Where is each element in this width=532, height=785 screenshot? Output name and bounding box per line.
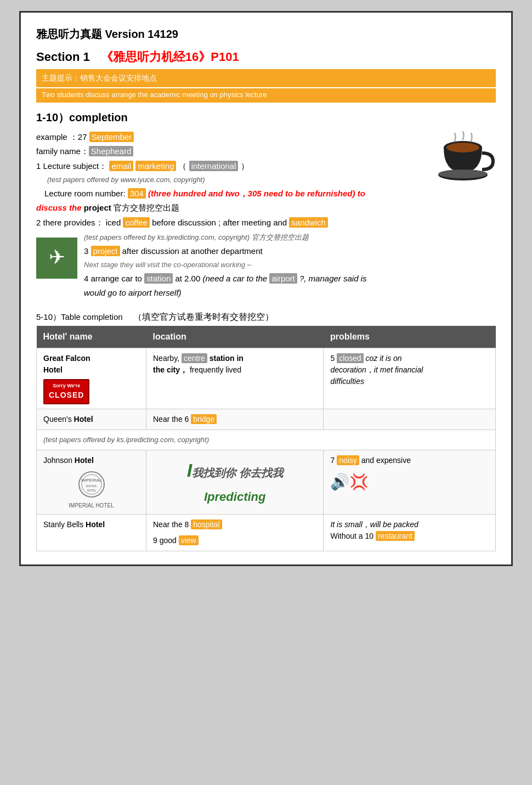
copyright-table-text: (test papers offered by ks.ipredicting.c… bbox=[43, 436, 209, 444]
plane-svg: ✈ bbox=[43, 245, 71, 272]
example-line: example ：27 September bbox=[36, 131, 496, 144]
q7-num: 7 bbox=[330, 456, 337, 465]
section-header: Section 1 《雅思听力机经16》P101 bbox=[36, 48, 496, 66]
family-name-value: Shepheard bbox=[89, 146, 133, 156]
stanly-hotel-bold: Hotel bbox=[86, 520, 105, 529]
great-falcon-bold2: Falcon bbox=[65, 354, 90, 363]
q5-coz: coz it is on bbox=[366, 354, 402, 363]
stanly-prob-line2: Without a 10 restaurant bbox=[330, 530, 489, 542]
table-row-queens: Queen's Hotel Near the 6 bridge bbox=[37, 409, 496, 430]
imperial-logo-svg: IMPERIAL ROYAL HOTEL bbox=[78, 471, 105, 498]
col-hotel-name: Hotel' name bbox=[37, 326, 146, 348]
col-location: location bbox=[146, 326, 324, 348]
imperial-text: IMPERIAL HOTEL bbox=[43, 501, 139, 510]
q3-line: 3 project after discussion at another de… bbox=[84, 245, 496, 258]
section510-label: 5-10）Table completion bbox=[36, 312, 131, 321]
great-falcon-name-cell: Great Falcon Hotel Sorry We're CLOSED bbox=[37, 348, 146, 409]
q1-email: email bbox=[109, 161, 133, 171]
room-text-italic: (three hundred and two，305 need to be re… bbox=[148, 189, 365, 198]
section-red-title: 《雅思听力机经16》P101 bbox=[101, 48, 239, 66]
completion-header: 1-10）completion bbox=[36, 109, 496, 126]
page-title: 雅思听力真题 Version 14129 bbox=[36, 26, 496, 42]
stanly-loc-line2: 9 good view bbox=[153, 535, 316, 546]
room-project: project bbox=[84, 203, 114, 212]
q3-q4-block: (test papers offered by ks.ipredicting.c… bbox=[84, 232, 496, 302]
centre-highlight: centre bbox=[182, 353, 207, 363]
nearby-text: Nearby, bbox=[153, 354, 182, 363]
table-header-row: Hotel' name location problems bbox=[37, 326, 496, 348]
q4-line2-text: would go to airport herself) bbox=[84, 288, 182, 297]
content-area: example ：27 September family name：Shephe… bbox=[36, 131, 496, 551]
hotels-table: Hotel' name location problems Great Falc… bbox=[36, 326, 496, 551]
family-name-line: family name：Shepheard bbox=[36, 145, 496, 158]
johnson-problems: 7 noisy and expensive bbox=[330, 455, 489, 466]
room-second-line: discuss the project 官方交替挖空出题 bbox=[36, 202, 496, 214]
q4-time: at 2.00 bbox=[175, 274, 202, 283]
q3-project: project bbox=[91, 246, 120, 256]
stanly-name-cell: Stanly Bells Hotel bbox=[37, 514, 146, 551]
table-row-great-falcon: Great Falcon Hotel Sorry We're CLOSED bbox=[37, 348, 496, 409]
q5-closed: closed bbox=[337, 353, 363, 363]
q5-difficulties: difficulties bbox=[330, 377, 364, 386]
q9-view: view bbox=[179, 535, 199, 545]
q1-international: international bbox=[189, 161, 239, 171]
johnson-problems-cell: 7 noisy and expensive 🔊💢 bbox=[324, 450, 496, 514]
imperial-logo-area: IMPERIAL ROYAL HOTEL IMPERIAL HOTEL bbox=[43, 471, 139, 510]
ipredicting-full: Ipredicting bbox=[204, 490, 265, 504]
queens-hotel-bold: Hotel bbox=[74, 415, 93, 423]
section510-header: 5-10）Table completion （填空官方试卷重考时有交替挖空） bbox=[36, 310, 496, 324]
svg-text:HOTEL: HOTEL bbox=[87, 489, 96, 492]
copyright-cell: (test papers offered by ks.ipredicting.c… bbox=[37, 430, 496, 450]
queens-name-cell: Queen's Hotel bbox=[37, 409, 146, 430]
johnson-name: Johnson Hotel bbox=[43, 455, 139, 466]
table-row-johnson: Johnson Hotel IMPERIAL ROYAL HOTEL IMPER… bbox=[37, 450, 496, 514]
q4-label: 4 arrange car to bbox=[84, 274, 144, 283]
queens-problems-cell bbox=[324, 409, 496, 430]
the-city-bold: the city， bbox=[153, 365, 188, 374]
i-letter: I bbox=[187, 460, 192, 481]
great-falcon-bold1: Great bbox=[43, 354, 64, 363]
q7-text: and expensive bbox=[361, 456, 411, 465]
table-row-stanly: Stanly Bells Hotel Near the 8 hospital 9… bbox=[37, 514, 496, 551]
stanly-loc-line1: Near the 8 hospital bbox=[153, 519, 316, 530]
closed-badge: Sorry We're CLOSED bbox=[43, 379, 89, 405]
col-problems: problems bbox=[324, 326, 496, 348]
johnson-hotel-bold: Hotel bbox=[75, 456, 94, 465]
section510-chinese: （填空官方试卷重考时有交替挖空） bbox=[133, 312, 274, 321]
predicting-text: 我找到你 你去找我 bbox=[192, 467, 283, 479]
q2-sandwich: sandwich bbox=[289, 217, 328, 228]
q2-middle: before discussion ; after meeting and bbox=[152, 218, 289, 227]
topic-main: 主题提示：销售大会会议安排地点 bbox=[36, 69, 496, 87]
q3-num: 3 bbox=[84, 246, 91, 256]
stanly-prob-line1: It is small，will be packed bbox=[330, 519, 489, 530]
q1-label: 1 Lecture subject： bbox=[36, 161, 107, 171]
q1-marketing: marketing bbox=[135, 161, 176, 171]
coffee-cup-image bbox=[435, 131, 496, 186]
main-page: 雅思听力真题 Version 14129 Section 1 《雅思听力机经16… bbox=[19, 11, 513, 566]
frequently-text: frequently lived bbox=[190, 365, 241, 374]
example-label: example ：27 bbox=[36, 132, 89, 142]
q4-line2: would go to airport herself) bbox=[84, 287, 496, 300]
plane-block: ✈ (test papers offered by ks.ipredicting… bbox=[36, 232, 496, 302]
q1-paren-close: ） bbox=[241, 161, 249, 171]
q5-num: 5 bbox=[330, 354, 337, 363]
room-chinese: 官方交替挖空出题 bbox=[114, 203, 179, 212]
q1-paren-open: （ bbox=[178, 161, 186, 171]
q2-label: 2 there provides： iced bbox=[36, 218, 123, 227]
q8-hospital: hospital bbox=[191, 519, 222, 529]
sorry-text: Sorry We're bbox=[49, 382, 84, 390]
section-label: Section 1 bbox=[36, 48, 90, 66]
family-name-label: family name： bbox=[36, 146, 89, 156]
q4-italic2: ?, manager said is bbox=[299, 274, 367, 283]
station-in-bold: station in bbox=[210, 354, 244, 363]
johnson-location-cell: I我找到你 你去找我 Ipredicting bbox=[146, 450, 324, 514]
copyright2-chinese: 官方交替挖空出题 bbox=[252, 233, 309, 241]
room-label: Lecture room number: bbox=[36, 189, 128, 198]
topic-subtitle: Two students discuss arrange the academi… bbox=[36, 88, 496, 103]
svg-point-2 bbox=[438, 170, 488, 178]
johnson-name-cell: Johnson Hotel IMPERIAL ROYAL HOTEL IMPER… bbox=[37, 450, 146, 514]
ipredicting-logo: I我找到你 你去找我 Ipredicting bbox=[153, 456, 316, 507]
q10-restaurant: restaurant bbox=[376, 531, 415, 541]
great-falcon-hotel: Hotel bbox=[43, 365, 63, 374]
great-falcon-name: Great Falcon Hotel bbox=[43, 353, 139, 376]
